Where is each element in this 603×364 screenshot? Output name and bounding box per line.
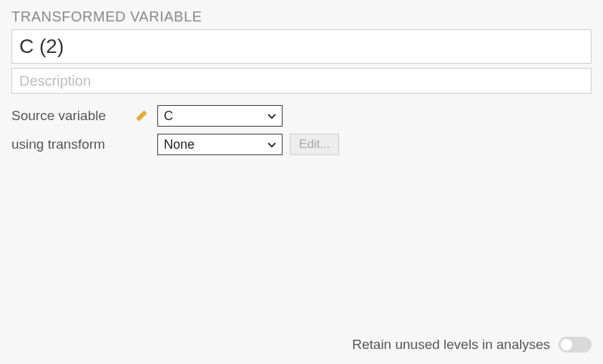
edit-transform-button[interactable]: Edit... xyxy=(290,134,339,155)
svg-rect-0 xyxy=(137,111,147,121)
using-transform-row: using transform None Edit... xyxy=(11,134,592,155)
variable-name-input[interactable] xyxy=(11,29,592,64)
chevron-down-icon xyxy=(268,139,276,150)
description-input[interactable] xyxy=(11,68,592,94)
transform-value: None xyxy=(164,134,195,154)
source-variable-label: Source variable xyxy=(11,108,126,124)
retain-levels-toggle[interactable] xyxy=(559,337,592,353)
section-title: TRANSFORMED VARIABLE xyxy=(11,9,592,25)
transformed-variable-panel: TRANSFORMED VARIABLE Source variable C xyxy=(0,0,603,364)
source-variable-row: Source variable C xyxy=(11,105,592,127)
chevron-down-icon xyxy=(268,110,276,122)
source-variable-select[interactable]: C xyxy=(157,105,283,127)
toggle-knob xyxy=(561,339,572,350)
source-variable-value: C xyxy=(164,106,173,126)
footer-row: Retain unused levels in analyses xyxy=(352,337,592,353)
transform-select[interactable]: None xyxy=(157,134,283,155)
using-transform-label: using transform xyxy=(11,137,126,152)
retain-levels-label: Retain unused levels in analyses xyxy=(352,337,550,353)
ruler-icon xyxy=(133,109,150,123)
